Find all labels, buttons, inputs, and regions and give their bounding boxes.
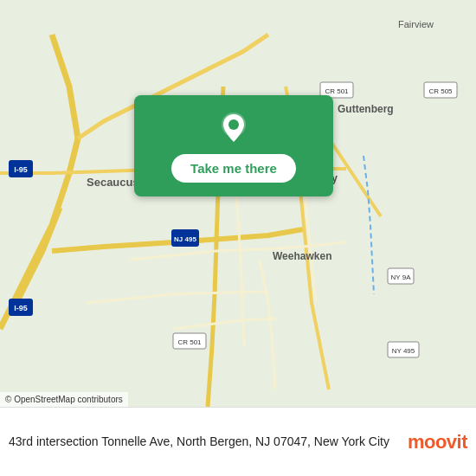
bottom-bar: 43rd intersection Tonnelle Ave, North Be… [0,407,476,476]
svg-text:Fairview: Fairview [398,19,434,29]
map-attribution: © OpenStreetMap contributors [0,392,128,407]
attribution-text: © OpenStreetMap contributors [5,395,123,404]
map-container: I-95 I-95 NJ 495 CR 501 CR 505 CR 501 NY… [0,0,476,407]
svg-text:NY 9A: NY 9A [391,273,412,281]
svg-text:NJ 495: NJ 495 [174,235,196,243]
svg-text:Weehawken: Weehawken [273,250,331,262]
location-pin-icon [216,111,251,145]
address-text: 43rd intersection Tonnelle Ave, North Be… [9,434,399,451]
svg-text:NY 495: NY 495 [392,347,415,355]
svg-point-30 [228,119,239,130]
svg-text:Secaucus: Secaucus [87,176,139,189]
svg-text:I-95: I-95 [14,165,28,174]
cta-overlay: Take me there [134,95,333,196]
take-me-there-button[interactable]: Take me there [171,154,296,183]
svg-text:CR 501: CR 501 [177,338,202,346]
svg-text:I-95: I-95 [14,304,28,312]
svg-text:CR 505: CR 505 [428,87,453,95]
moovit-brand-text: moovit [408,431,467,453]
moovit-logo: moovit [408,431,467,453]
svg-text:CR 501: CR 501 [325,87,349,95]
svg-text:Guttenberg: Guttenberg [338,103,394,115]
